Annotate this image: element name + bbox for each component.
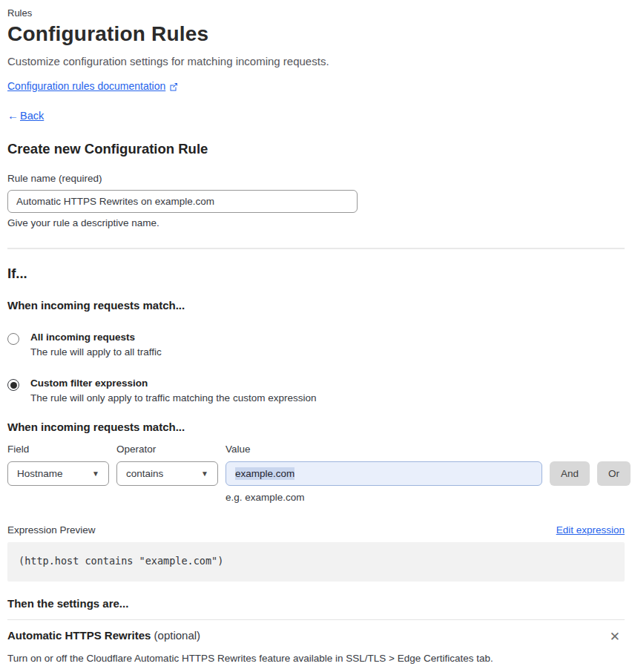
radio-unchecked-icon[interactable] <box>7 333 19 345</box>
radio-option-description: The rule will only apply to traffic matc… <box>30 392 316 403</box>
edit-expression-link[interactable]: Edit expression <box>556 524 625 536</box>
operator-select-value: contains <box>126 468 163 479</box>
radio-checked-icon[interactable] <box>7 379 19 391</box>
field-select[interactable]: Hostname ▼ <box>7 461 109 486</box>
rule-name-input[interactable] <box>7 190 358 213</box>
create-rule-heading: Create new Configuration Rule <box>7 141 625 157</box>
radio-option-label: All incoming requests <box>30 332 162 343</box>
setting-title-name: Automatic HTTPS Rewrites <box>7 629 151 642</box>
radio-option-all-requests[interactable]: All incoming requests The rule will appl… <box>7 332 625 358</box>
radio-option-label: Custom filter expression <box>30 378 316 389</box>
chevron-down-icon: ▼ <box>92 470 99 478</box>
section-divider <box>7 248 625 249</box>
setting-title: Automatic HTTPS Rewrites (optional) <box>7 629 200 642</box>
setting-optional-tag: (optional) <box>154 629 201 642</box>
expression-builder-heading: When incoming requests match... <box>7 421 625 433</box>
rule-name-label: Rule name (required) <box>7 173 625 184</box>
setting-description: Turn on or off the Cloudflare Automatic … <box>7 653 625 664</box>
setting-divider <box>7 619 625 620</box>
radio-option-description: The rule will apply to all traffic <box>30 346 162 358</box>
rule-name-help: Give your rule a descriptive name. <box>7 217 625 228</box>
field-select-value: Hostname <box>17 468 63 479</box>
operator-select[interactable]: contains ▼ <box>116 461 218 486</box>
expression-preview-label: Expression Preview <box>7 524 96 536</box>
back-link[interactable]: Back <box>20 110 44 122</box>
close-icon[interactable]: ✕ <box>605 629 625 645</box>
page-subtitle: Customize configuration settings for mat… <box>7 55 625 67</box>
value-help-text: e.g. example.com <box>226 492 625 503</box>
expression-builder-row: Field Hostname ▼ Operator contains ▼ Val… <box>7 444 625 486</box>
page-title: Configuration Rules <box>7 22 625 46</box>
chevron-down-icon: ▼ <box>201 470 208 478</box>
value-input[interactable]: example.com <box>226 461 542 486</box>
breadcrumb: Rules <box>7 7 625 19</box>
if-heading: If... <box>7 266 625 282</box>
operator-label: Operator <box>116 444 218 455</box>
match-heading: When incoming requests match... <box>7 299 625 312</box>
radio-option-custom-expression[interactable]: Custom filter expression The rule will o… <box>7 378 625 403</box>
back-arrow-icon: ← <box>7 109 19 122</box>
value-input-text: example.com <box>235 467 294 480</box>
field-label: Field <box>7 444 109 455</box>
expression-preview-code: (http.host contains "example.com") <box>7 542 625 582</box>
or-button[interactable]: Or <box>597 461 631 486</box>
external-link-icon <box>169 82 178 90</box>
and-button[interactable]: And <box>550 461 590 486</box>
documentation-link[interactable]: Configuration rules documentation <box>7 80 165 92</box>
value-label: Value <box>226 444 542 455</box>
then-settings-heading: Then the settings are... <box>7 597 625 610</box>
